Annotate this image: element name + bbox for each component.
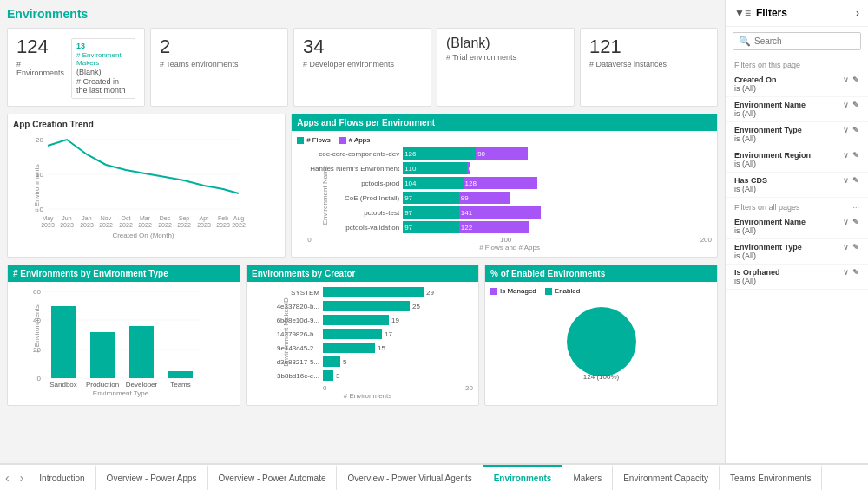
kpi-trial-value: (Blank) [446,36,565,51]
svg-text:Dec: Dec [160,215,171,221]
svg-text:2022: 2022 [119,222,133,228]
kpi-trial: (Blank) # Trial environments [437,28,575,107]
filters-header: ▼≡ Filters › [726,0,868,27]
svg-text:Feb: Feb [218,215,228,221]
tab-makers[interactable]: Makers [562,465,613,490]
filter-all-edit-1[interactable]: ✎ [852,243,859,252]
svg-text:2022: 2022 [158,222,172,228]
svg-text:2023: 2023 [41,222,55,228]
filters-panel: ▼≡ Filters › 🔍 Filters on this page Crea… [725,0,868,463]
kpi-developer: 34 # Developer environments [293,28,431,107]
bar-row-5: pctools-validation 97 122 [307,221,712,233]
page-filters-label: Filters on this page [726,56,868,72]
kpi-dataverse: 121 # Dataverse instances [580,28,718,107]
filter-icon: ▼≡ [734,7,751,19]
managed-legend: Is Managed [500,287,536,295]
app-creation-trend-title: App Creation Trend [13,120,279,132]
filter-all-edit-0[interactable]: ✎ [852,218,859,226]
filter-edit-3[interactable]: ✎ [852,151,859,160]
svg-text:May: May [42,215,54,222]
svg-rect-37 [51,306,76,378]
kpi-teams: 2 # Teams environments [150,28,288,107]
kpi-teams-label: # Teams environments [160,60,279,69]
filter-edit-2[interactable]: ✎ [852,126,859,134]
svg-rect-39 [129,326,154,378]
tab-capacity[interactable]: Environment Capacity [613,465,720,490]
filter-chevron-2[interactable]: ∨ [843,126,849,134]
kpi-environments-sub: 13 # Environment Makers (Blank) # Create… [71,38,135,99]
tab-power-virtual[interactable]: Overview - Power Virtual Agents [337,465,483,490]
all-pages-menu[interactable]: ··· [852,203,859,212]
filter-env-type: Environment Type ∨ ✎ is (All) [726,122,868,147]
creator-row-2: 6b08e10d-9... 19 [262,315,473,325]
svg-text:2022: 2022 [232,222,246,228]
tab-power-automate[interactable]: Overview - Power Automate [208,465,338,490]
filter-chevron-3[interactable]: ∨ [843,151,849,160]
bar-row-0: coe-core-components-dev 126 90 [307,147,712,160]
apps-flows-card: Apps and Flows per Environment # Flows #… [291,114,718,258]
bar-label-0: coe-core-components-dev [307,150,403,158]
filter-chevron-0[interactable]: ∨ [843,75,849,84]
tab-teams-env[interactable]: Teams Environments [720,465,822,490]
flows-x-label: # Flows and # Apps [307,244,712,252]
svg-text:Developer: Developer [126,381,158,389]
all-pages-label: Filters on all pages ··· [726,198,868,214]
tab-prev-icon[interactable]: ‹ [0,465,15,490]
kpi-environments-label: # Environments [16,60,64,77]
filter-all-chevron-0[interactable]: ∨ [843,218,849,226]
svg-text:Production: Production [86,381,119,389]
pie-label: 124 (100%) [583,373,619,381]
svg-text:Jan: Jan [82,215,91,221]
enabled-legend: Enabled [555,287,580,295]
filter-all-edit-2[interactable]: ✎ [852,268,859,277]
filter-all-chevron-1[interactable]: ∨ [843,243,849,252]
apps-flows-legend: # Flows # Apps [297,136,712,144]
bar-container-4: 97 141 [403,206,712,219]
kpi-dataverse-label: # Dataverse instances [589,60,708,69]
svg-text:20: 20 [36,136,43,144]
kpi-row: 124 # Environments 13 # Environment Make… [7,28,718,107]
svg-text:2023: 2023 [80,222,94,228]
filter-created-on: Created On ∨ ✎ is (All) [726,72,868,97]
flows-legend-label: # Flows [306,136,331,144]
svg-text:2023: 2023 [197,222,211,228]
filter-edit-4[interactable]: ✎ [852,176,859,185]
search-box[interactable]: 🔍 [733,32,861,50]
env-type-chart: 60 40 20 0 Sandbox [25,287,199,391]
svg-text:2023: 2023 [60,222,74,228]
flows-legend-color [297,137,304,144]
svg-rect-40 [168,371,193,378]
filters-collapse-icon[interactable]: › [856,7,859,19]
filter-chevron-1[interactable]: ∨ [843,101,849,109]
svg-text:2022: 2022 [99,222,113,228]
filter-all-chevron-2[interactable]: ∨ [843,268,849,277]
svg-text:Apr: Apr [200,215,210,222]
svg-point-46 [567,307,636,376]
apps-legend-label: # Apps [349,136,370,144]
filter-has-cds: Has CDS ∨ ✎ is (All) [726,173,868,198]
svg-text:60: 60 [33,288,41,296]
filter-edit-1[interactable]: ✎ [852,101,859,109]
bar-row-2: pctools-prod 104 128 [307,177,712,189]
bar-row-1: Hannes Niemi's Environment 110 6 [307,162,712,174]
tab-next-icon[interactable]: › [15,465,30,490]
filter-chevron-4[interactable]: ∨ [843,176,849,185]
svg-text:Oct: Oct [122,215,131,221]
tab-introduction[interactable]: Introduction [29,465,95,490]
env-creator-card: Environments by Creator Environment Make… [246,265,479,406]
creator-row-0: SYSTEM 29 [262,287,473,297]
kpi-teams-value: 2 [160,36,279,58]
kpi-developer-label: # Developer environments [303,60,422,69]
pct-enabled-card: % of Enabled Environments Is Managed Ena… [484,265,718,406]
bottom-charts: # Environments by Environment Type # Env… [7,265,718,406]
tab-power-apps[interactable]: Overview - Power Apps [96,465,208,490]
filter-edit-0[interactable]: ✎ [852,75,859,84]
svg-text:Created On (Month): Created On (Month) [112,232,174,239]
search-icon: 🔍 [739,36,751,47]
search-input[interactable] [754,36,865,46]
tab-environments[interactable]: Environments [483,465,563,490]
bar-row-4: pctools-test 97 141 [307,206,712,219]
bar-container-5: 97 122 [403,221,712,233]
creator-row-1: 4e337820-b... 25 [262,301,473,311]
svg-text:Sandbox: Sandbox [49,381,77,389]
